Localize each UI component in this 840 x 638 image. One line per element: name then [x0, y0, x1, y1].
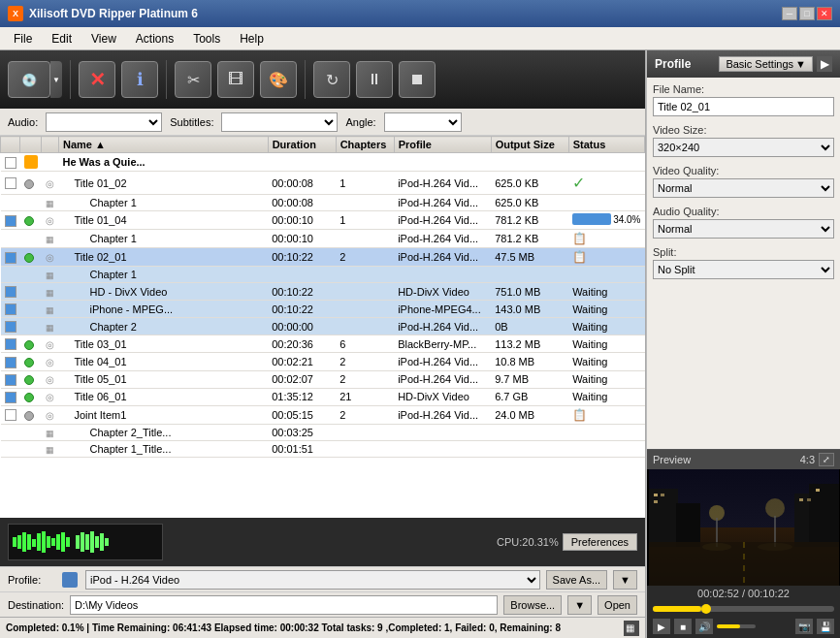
table-row[interactable]: ▦ Chapter 2_Title... 00:03:25 [1, 424, 645, 440]
row-output-size: 781.2 KB [491, 230, 568, 248]
menu-edit[interactable]: Edit [42, 30, 81, 48]
circle-icon [24, 393, 34, 402]
menu-file[interactable]: File [4, 30, 42, 48]
audio-quality-label: Audio Quality: [653, 206, 834, 217]
row-duration [268, 267, 336, 283]
svg-rect-28 [799, 498, 803, 501]
table-row[interactable]: ▦ Chapter 1_Title... 00:01:51 [1, 440, 645, 457]
preview-playbar[interactable] [647, 601, 840, 617]
row-name: Title 04_01 [59, 353, 269, 370]
row-name: Title 03_01 [59, 335, 269, 353]
table-row[interactable]: He Was a Quie... [1, 153, 645, 172]
angle-select[interactable] [384, 112, 462, 132]
maximize-button[interactable]: □ [799, 7, 815, 20]
save-frame-button[interactable]: 💾 [817, 619, 834, 634]
subtitles-select[interactable] [221, 112, 338, 132]
pause-button[interactable]: ⏸ [356, 61, 393, 98]
row-checkbox[interactable] [5, 321, 16, 333]
table-row[interactable]: ◎ Title 04_01 00:02:21 2 iPod-H.264 Vid.… [1, 353, 645, 370]
dvd-dropdown[interactable]: ▼ [50, 61, 62, 98]
stop-preview-button[interactable]: ■ [674, 619, 692, 634]
table-row[interactable]: ▦ Chapter 1 [1, 267, 645, 283]
browse-button[interactable]: Browse... [503, 595, 562, 615]
video-size-select[interactable]: 320×240 [653, 138, 834, 157]
svg-rect-9 [56, 534, 60, 550]
title-bar: X Xilisoft DVD Ripper Platinum 6 ─ □ ✕ [0, 0, 840, 27]
table-row[interactable]: ▦ Chapter 2 00:00:00 iPod-H.264 Vid... 0… [1, 318, 645, 335]
status-icon[interactable]: ▦ [624, 621, 639, 636]
info-button[interactable]: ℹ [121, 61, 158, 98]
row-checkbox[interactable] [5, 286, 16, 298]
volume-button[interactable]: 🔊 [695, 619, 713, 634]
file-name-input[interactable] [653, 97, 834, 116]
remove-button[interactable]: ✕ [79, 61, 115, 98]
row-duration: 00:10:22 [268, 248, 336, 267]
video-quality-select[interactable]: Normal [653, 178, 834, 198]
destination-input[interactable] [70, 595, 498, 615]
cut-button[interactable]: ✂ [175, 61, 211, 98]
stop-button[interactable]: ⏹ [399, 61, 436, 98]
table-row[interactable]: ◎ Title 02_01 00:10:22 2 iPod-H.264 Vid.… [1, 248, 645, 267]
row-checkbox[interactable] [5, 338, 16, 350]
table-row[interactable]: ▦ Chapter 1 00:00:10 iPod-H.264 Vid... 7… [1, 230, 645, 248]
open-button[interactable]: Open [598, 595, 637, 615]
table-row[interactable]: ◎ Title 01_02 00:00:08 1 iPod-H.264 Vid.… [1, 172, 645, 195]
right-panel-header: Profile Basic Settings ▼ ▶ [647, 50, 840, 78]
row-checkbox[interactable] [5, 157, 16, 169]
save-as-button[interactable]: Save As... [546, 570, 608, 590]
row-checkbox[interactable] [5, 215, 16, 227]
row-output-size: 9.7 MB [491, 370, 568, 388]
row-checkbox[interactable] [5, 357, 16, 368]
row-profile [394, 440, 491, 457]
audio-quality-select[interactable]: Normal [653, 219, 834, 239]
row-checkbox[interactable] [5, 303, 16, 315]
basic-settings-button[interactable]: Basic Settings ▼ [719, 56, 813, 72]
table-row[interactable]: ◎ Title 03_01 00:20:36 6 BlackBerry-MP..… [1, 335, 645, 353]
effect-button[interactable]: 🎨 [260, 61, 297, 98]
film-button[interactable]: 🎞 [217, 61, 254, 98]
toolbar: 💿 ▼ ✕ ℹ ✂ 🎞 🎨 ↻ [0, 50, 645, 109]
preview-fullscreen-button[interactable]: ⤢ [819, 453, 834, 466]
playbar-thumb[interactable] [701, 604, 711, 614]
play-button[interactable]: ▶ [653, 619, 670, 634]
table-row[interactable]: ◎ Title 05_01 00:02:07 2 iPod-H.264 Vid.… [1, 370, 645, 388]
minimize-button[interactable]: ─ [782, 7, 797, 20]
table-row[interactable]: ◎ Title 01_04 00:00:10 1 iPod-H.264 Vid.… [1, 211, 645, 230]
profile-arrow-button[interactable]: ▼ [613, 570, 637, 590]
col-check [1, 137, 20, 153]
audio-select[interactable] [46, 112, 162, 132]
svg-point-33 [765, 498, 785, 518]
row-checkbox[interactable] [5, 409, 16, 421]
row-status: Waiting [568, 388, 644, 405]
row-checkbox[interactable] [5, 177, 16, 189]
convert-button[interactable]: ↻ [313, 61, 350, 98]
iphone-icon: ▦ [46, 305, 54, 315]
profile-settings: File Name: Video Size: 320×240 Video Qua… [647, 78, 840, 449]
menu-help[interactable]: Help [230, 30, 274, 48]
svg-rect-27 [654, 500, 658, 503]
profile-select[interactable]: iPod - H.264 Video [85, 570, 540, 590]
menu-actions[interactable]: Actions [126, 30, 183, 48]
browse-arrow-button[interactable]: ▼ [567, 595, 592, 615]
playbar-track[interactable] [653, 606, 834, 612]
table-row[interactable]: ▦ iPhone - MPEG... 00:10:22 iPhone-MPEG4… [1, 301, 645, 318]
preferences-button[interactable]: Preferences [563, 533, 637, 551]
screenshot-button[interactable]: 📷 [795, 619, 813, 634]
table-row[interactable]: ▦ Chapter 1 00:00:08 iPod-H.264 Vid... 6… [1, 195, 645, 211]
menu-view[interactable]: View [81, 30, 126, 48]
row-checkbox[interactable] [5, 392, 16, 403]
row-checkbox[interactable] [5, 252, 16, 264]
close-button[interactable]: ✕ [817, 7, 832, 20]
preview-ratio[interactable]: 4:3 [800, 454, 815, 465]
status-bar: Completed: 0.1% | Time Remaining: 06:41:… [0, 617, 645, 638]
panel-expand-button[interactable]: ▶ [817, 56, 832, 72]
table-row[interactable]: ▦ HD - DivX Video 00:10:22 HD-DivX Video… [1, 283, 645, 301]
row-checkbox[interactable] [5, 374, 16, 386]
table-row[interactable]: ◎ Joint Item1 00:05:15 2 iPod-H.264 Vid.… [1, 405, 645, 424]
dvd-button[interactable]: 💿 [8, 61, 50, 98]
svg-rect-13 [81, 532, 84, 552]
split-select[interactable]: No Split [653, 260, 834, 279]
volume-bar[interactable] [717, 624, 756, 628]
menu-tools[interactable]: Tools [183, 30, 230, 48]
table-row[interactable]: ◎ Title 06_01 01:35:12 21 HD-DivX Video … [1, 388, 645, 405]
